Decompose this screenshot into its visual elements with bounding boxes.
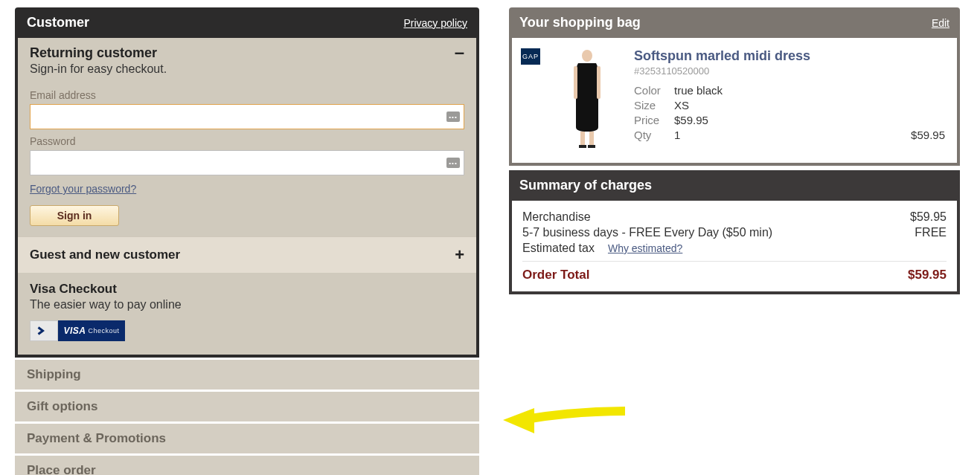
attr-size-key: Size	[634, 99, 674, 112]
returning-subtitle: Sign-in for easy checkout.	[30, 62, 167, 76]
keyboard-icon: •••	[446, 112, 460, 122]
email-label: Email address	[30, 89, 464, 101]
attr-qty-val: 1	[674, 129, 680, 141]
guest-new-customer-header[interactable]: Guest and new customer +	[18, 236, 476, 273]
svg-point-0	[582, 50, 592, 62]
merch-value: $59.95	[910, 210, 947, 224]
keyboard-icon: •••	[446, 158, 460, 168]
svg-rect-2	[597, 66, 601, 99]
visa-subtitle: The easier way to pay online	[30, 298, 464, 311]
visa-checkout-button[interactable]: VISACheckout	[30, 320, 125, 341]
visa-checkout-section: Visa Checkout The easier way to pay onli…	[18, 273, 476, 355]
attr-color-key: Color	[634, 84, 674, 97]
product-thumbnail	[554, 48, 621, 149]
step-gift-options[interactable]: Gift options	[15, 392, 479, 421]
svg-rect-6	[588, 145, 595, 148]
sign-in-button[interactable]: Sign in	[30, 205, 119, 226]
bag-item: GAP Softspun marled midi dress	[521, 48, 945, 149]
order-total-label: Order Total	[522, 268, 589, 282]
customer-header: Customer Privacy policy	[15, 7, 479, 38]
shopping-bag-header: Your shopping bag Edit	[509, 7, 960, 38]
chevron-right-icon	[30, 320, 58, 341]
summary-box: Merchandise$59.95 5-7 business days - FR…	[509, 201, 960, 294]
attr-price-val: $59.95	[674, 114, 708, 126]
guest-title: Guest and new customer	[30, 248, 180, 262]
returning-customer-header[interactable]: Returning customer Sign-in for easy chec…	[18, 38, 476, 80]
attr-price-key: Price	[634, 114, 674, 126]
password-label: Password	[30, 135, 464, 147]
brand-badge: GAP	[521, 48, 540, 65]
forgot-password-link[interactable]: Forgot your password?	[30, 183, 136, 195]
why-estimated-link[interactable]: Why estimated?	[608, 242, 682, 254]
privacy-policy-link[interactable]: Privacy policy	[403, 17, 467, 29]
minus-icon[interactable]: –	[455, 45, 464, 59]
product-name[interactable]: Softspun marled midi dress	[634, 48, 945, 64]
tax-label: Estimated tax	[522, 242, 595, 255]
attr-qty-key: Qty	[634, 129, 674, 141]
visa-logo: VISACheckout	[58, 320, 125, 341]
product-sku: #3253110520000	[634, 65, 945, 77]
attr-size-val: XS	[674, 99, 689, 112]
svg-rect-5	[579, 145, 586, 148]
customer-title: Customer	[27, 15, 89, 30]
svg-rect-4	[589, 132, 594, 146]
step-shipping[interactable]: Shipping	[15, 360, 479, 390]
merch-label: Merchandise	[522, 210, 591, 224]
visa-title: Visa Checkout	[30, 282, 464, 297]
line-total: $59.95	[911, 129, 945, 141]
step-payment-promotions[interactable]: Payment & Promotions	[15, 424, 479, 453]
password-field[interactable]	[30, 150, 464, 175]
attr-color-val: true black	[674, 84, 723, 97]
email-field[interactable]	[30, 104, 464, 129]
edit-bag-link[interactable]: Edit	[932, 17, 949, 29]
shipping-value: FREE	[915, 226, 947, 239]
svg-rect-3	[580, 132, 585, 146]
step-place-order[interactable]: Place order	[15, 456, 479, 475]
bag-title: Your shopping bag	[519, 15, 641, 30]
bag-contents: GAP Softspun marled midi dress	[509, 38, 960, 166]
svg-rect-1	[574, 66, 577, 99]
summary-header: Summary of charges	[509, 170, 960, 201]
shipping-label: 5-7 business days - FREE Every Day ($50 …	[522, 226, 772, 239]
returning-title: Returning customer	[30, 45, 167, 61]
plus-icon[interactable]: +	[455, 248, 464, 262]
order-total-value: $59.95	[908, 268, 947, 282]
